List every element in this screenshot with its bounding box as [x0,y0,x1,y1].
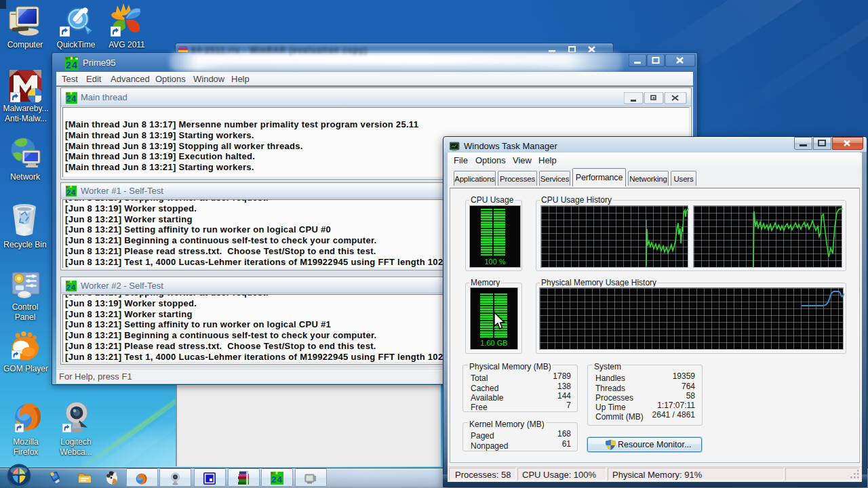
svg-text:4: 4 [71,188,76,197]
svg-text:4: 4 [71,283,76,291]
svg-text:4: 4 [72,94,77,104]
svg-text:2: 2 [66,188,71,197]
svg-text:2: 2 [66,94,71,104]
svg-text:2: 2 [66,60,71,70]
svg-text:4: 4 [72,60,77,70]
svg-text:2: 2 [271,474,276,485]
svg-text:2: 2 [66,283,71,291]
svg-text:4: 4 [277,474,283,485]
